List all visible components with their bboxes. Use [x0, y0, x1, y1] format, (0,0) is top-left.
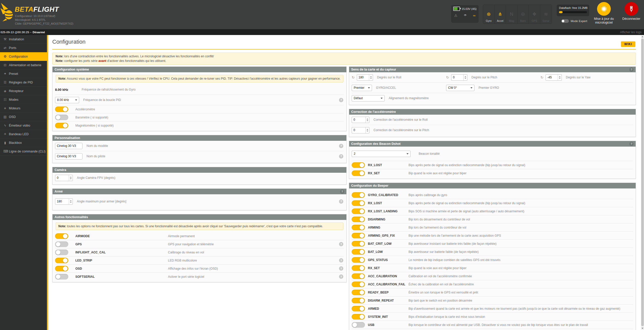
sidebar-item[interactable]: ⌨ Ligne de commande (CLI) — [0, 147, 47, 156]
sidebar-item-label: Alimentation et batterie — [9, 63, 41, 67]
feature-toggle[interactable] — [55, 274, 68, 280]
feature-toggle[interactable] — [55, 241, 68, 247]
help-icon[interactable] — [339, 274, 343, 279]
pid-loop-frequency-select[interactable]: 8.00 kHz — [55, 97, 79, 103]
vertical-scrollbar[interactable] — [641, 35, 644, 330]
sensor-label: Baro — [520, 19, 526, 22]
beacon-tone-select[interactable]: 2 — [352, 151, 411, 157]
stepper-arrows[interactable] — [69, 175, 73, 181]
sidebar-item[interactable]: ✦ Preset — [0, 70, 47, 78]
section-other-features: Autres fonctionnalités Note: toutes les … — [52, 214, 347, 282]
feature-toggle[interactable] — [55, 250, 68, 255]
name-input[interactable] — [55, 153, 82, 159]
beeper-toggle[interactable] — [352, 225, 365, 230]
sidebar-item[interactable]: ☀ Bandeau LED — [0, 130, 47, 138]
stepper-arrows[interactable] — [365, 127, 369, 133]
beeper-toggle[interactable] — [352, 265, 365, 271]
sidebar-item[interactable]: ▤ OSD — [0, 113, 47, 121]
beacon-toggle[interactable] — [352, 170, 365, 176]
scrollbar-thumb[interactable] — [641, 39, 644, 326]
beeper-condition-row: ACC_CALIBRATION Calibration en vol de l'… — [352, 272, 633, 280]
beeper-description: Bip lorsque le contrôleur de vol est ali… — [409, 323, 590, 327]
sidebar-item[interactable]: ⚙ Configuration — [0, 52, 47, 61]
gps-icon: ❖ — [532, 9, 536, 19]
beeper-toggle[interactable] — [352, 273, 365, 279]
help-icon[interactable] — [339, 154, 343, 159]
feature-row: SOFTSERIAL Activer le port série logicie… — [55, 273, 344, 281]
first-gyro-select[interactable]: CW 0° — [446, 85, 474, 91]
disconnect-button[interactable]: Déconnecter — [616, 2, 644, 21]
beeper-toggle[interactable] — [352, 282, 365, 287]
stepper-arrows[interactable] — [463, 75, 467, 80]
sidebar-item[interactable]: ☰ Réglages de PID — [0, 78, 47, 87]
expert-mode-toggle[interactable] — [561, 19, 569, 23]
betaflight-logo-icon — [1, 2, 15, 23]
feature-row: GPS GPS pour navigation et télémétrie — [55, 240, 344, 248]
beeper-toggle[interactable] — [352, 192, 365, 198]
gyro-accel-select[interactable]: Premier — [352, 85, 372, 91]
beeper-toggle[interactable] — [352, 241, 365, 247]
sidebar-item[interactable]: ∗ Moteurs — [0, 104, 47, 113]
chevron-down-icon — [406, 153, 409, 154]
wiki-button[interactable]: WIKI — [621, 41, 635, 47]
beeper-condition-row: ARMING_GPS_FIX Bip une mélodie lors de l… — [352, 232, 633, 240]
name-input[interactable] — [55, 143, 82, 149]
beeper-toggle[interactable] — [352, 298, 365, 303]
scrollbar-up-arrow[interactable] — [641, 35, 644, 38]
help-icon[interactable] — [339, 144, 343, 148]
beeper-toggle[interactable] — [352, 233, 365, 238]
sidebar-item[interactable]: ⇄ Ports — [0, 44, 47, 52]
sidebar-item[interactable]: ▮ Blackbox — [0, 138, 47, 147]
beeper-toggle[interactable] — [352, 257, 365, 263]
beeper-toggle[interactable] — [352, 290, 365, 295]
beacon-toggle[interactable] — [352, 162, 365, 168]
stepper-arrows[interactable] — [558, 75, 562, 80]
beeper-toggle[interactable] — [352, 314, 365, 320]
section-title: Configuration système — [55, 67, 89, 72]
pid-loop-frequency-label: Fréquence de la boucle PID — [83, 98, 121, 102]
help-icon[interactable] — [339, 266, 343, 271]
beeper-toggle[interactable] — [352, 306, 365, 311]
help-icon[interactable] — [340, 189, 344, 194]
chevron-down-icon — [381, 98, 383, 99]
sidebar-item[interactable]: ϟ Émetteur vidéo — [0, 121, 47, 130]
beeper-condition-row: ARMING Bip lors de l'armement du contrôl… — [352, 223, 633, 232]
firmware-update-label: Mise à jour du micrologiciel — [589, 17, 619, 25]
feature-toggle[interactable] — [55, 266, 68, 271]
usb-disconnect-icon — [628, 5, 635, 12]
sidebar-item[interactable]: ⚒ Installation — [0, 35, 47, 44]
help-icon[interactable] — [339, 258, 343, 263]
stepper-arrows[interactable] — [365, 117, 369, 123]
help-icon[interactable] — [629, 142, 634, 146]
help-icon[interactable] — [339, 242, 343, 246]
show-logs-link[interactable]: Afficher les logs — [620, 30, 642, 34]
beeper-name: BAT_CRIT_LOW — [368, 242, 409, 246]
blackbox-icon: ▮ — [3, 141, 7, 145]
stepper-arrows[interactable] — [369, 75, 373, 80]
beeper-toggle[interactable] — [352, 249, 365, 255]
feature-toggle[interactable] — [55, 233, 68, 239]
help-icon[interactable] — [339, 98, 343, 102]
feature-toggle[interactable] — [55, 258, 68, 263]
beeper-name: SYSTEM_INIT — [368, 315, 409, 319]
mag-alignment-select[interactable]: Défaut — [352, 95, 385, 101]
help-icon[interactable] — [629, 67, 634, 72]
help-icon[interactable] — [339, 199, 343, 204]
sensor-toggle[interactable] — [55, 115, 68, 120]
sensor-toggle[interactable] — [55, 123, 68, 128]
beeper-toggle[interactable] — [352, 217, 365, 222]
firmware-update-button[interactable]: Mise à jour du micrologiciel — [589, 2, 619, 25]
personalization-row: Nom du modèle — [55, 141, 344, 151]
failsafe-icon: ☂ — [464, 13, 467, 18]
sidebar-item[interactable]: ⊟ Alimentation et batterie — [0, 61, 47, 70]
sensor-toggle[interactable] — [55, 107, 68, 112]
stepper-arrows[interactable] — [69, 199, 73, 204]
beeper-toggle[interactable] — [352, 209, 365, 214]
sidebar-item[interactable]: ☷ Modes — [0, 95, 47, 104]
select-value: Premier — [354, 86, 364, 90]
beeper-toggle[interactable] — [352, 200, 365, 206]
feature-description: Affichage des infos sur l'écran (OSD) — [168, 267, 221, 270]
beeper-toggle[interactable] — [352, 322, 365, 328]
beeper-description: Bip lors de l'armement du contrôleur de … — [409, 226, 469, 229]
sidebar-item[interactable]: ◈ Récepteur — [0, 87, 47, 95]
